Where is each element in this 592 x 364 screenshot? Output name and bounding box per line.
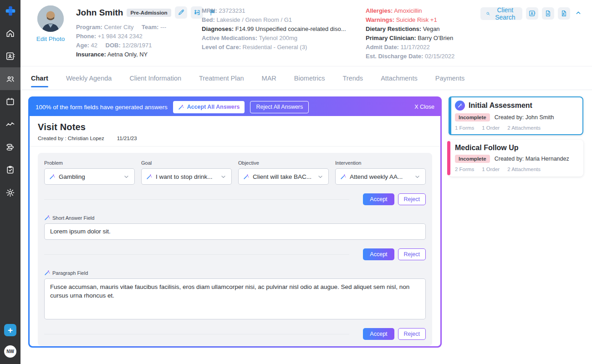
tab-client-information[interactable]: Client Information xyxy=(129,67,181,90)
patient-photo xyxy=(37,5,64,32)
trend-line-icon xyxy=(5,119,15,130)
pencil-icon xyxy=(177,9,185,16)
tab-payments[interactable]: Payments xyxy=(435,67,464,90)
insurance-label: Insurance: xyxy=(76,51,106,58)
reject-button[interactable]: Reject xyxy=(398,248,426,260)
accept-button[interactable]: Accept xyxy=(363,328,394,340)
magic-wand-icon xyxy=(44,215,50,221)
objective-select[interactable]: Client will take BAC... xyxy=(238,168,329,185)
nav-trends[interactable] xyxy=(0,113,20,136)
banner-close-button[interactable]: X Close xyxy=(414,104,434,110)
short-answer-input[interactable]: Lorem ipsum dolor sit. xyxy=(44,223,426,240)
insurance-value: Aetna Only, NY xyxy=(107,51,148,58)
age-label: Age: xyxy=(76,42,89,49)
collapse-header-button[interactable] xyxy=(574,7,583,20)
reject-button[interactable]: Reject xyxy=(398,328,426,340)
client-document-button[interactable] xyxy=(558,7,570,20)
reject-button[interactable]: Reject xyxy=(398,193,426,205)
nav-calendar[interactable] xyxy=(0,90,20,113)
dob-value: 12/28/1971 xyxy=(122,42,152,49)
generated-answers-banner: 100% of the form fields have generated a… xyxy=(30,98,440,116)
search-icon xyxy=(486,10,490,17)
status-badge: Incomplete xyxy=(455,155,490,163)
left-nav-rail: + NW xyxy=(0,0,20,364)
card-initial-assessment[interactable]: Initial Assessment Incomplete Created by… xyxy=(449,96,583,135)
people-icon xyxy=(5,74,15,84)
team-label: Team: xyxy=(142,24,158,30)
clipboard-check-icon xyxy=(5,165,15,175)
card-medical-follow-up[interactable]: Medical Follow Up Incomplete Created by:… xyxy=(449,140,583,177)
visit-notes-body: Visit Notes Created by : Christian Lopez… xyxy=(30,116,440,346)
admit-date-label: Admit Date: xyxy=(366,44,399,51)
magic-wand-icon xyxy=(49,174,55,180)
user-avatar[interactable]: NW xyxy=(4,345,16,358)
warnings-label: Warnings: xyxy=(366,16,394,23)
visit-notes-panel: 100% of the form fields have generated a… xyxy=(28,96,442,348)
chevron-down-icon xyxy=(414,173,421,180)
edit-patient-button[interactable] xyxy=(175,6,187,19)
age-value: 42 xyxy=(91,42,97,49)
accept-button[interactable]: Accept xyxy=(363,248,394,260)
accept-button[interactable]: Accept xyxy=(363,193,394,205)
download-document-button[interactable] xyxy=(542,7,554,20)
admit-date-value: 11/17/2022 xyxy=(401,44,430,51)
intervention-select[interactable]: Attend weekly AA... xyxy=(335,168,426,185)
orders-count: 1 Order xyxy=(482,167,500,172)
portrait-image xyxy=(37,5,64,32)
goal-field: Goal I want to stop drink... xyxy=(141,160,232,185)
goal-select[interactable]: I want to stop drink... xyxy=(141,168,232,185)
forms-count: 1 Forms xyxy=(455,125,474,131)
person-door-icon xyxy=(193,9,201,16)
paragraph-input[interactable]: Fusce accumsan, mauris vitae faucibus fa… xyxy=(44,278,426,319)
document-download-icon xyxy=(544,10,552,17)
discharge-date-value: 02/15/2022 xyxy=(425,53,454,60)
accept-all-answers-button[interactable]: Accept All Answers xyxy=(173,101,245,113)
client-search-button[interactable]: Client Search xyxy=(480,7,522,20)
problem-select[interactable]: Gambling xyxy=(44,168,135,185)
row2-actions: Accept Reject xyxy=(44,248,426,260)
banner-message: 100% of the form fields have generated a… xyxy=(36,104,168,111)
row3-actions: Accept Reject xyxy=(44,328,426,340)
nav-home[interactable] xyxy=(0,22,20,45)
divider xyxy=(44,254,349,255)
bed-value: Lakeside / Green Room / G1 xyxy=(217,16,292,23)
level-of-care-value: Residential - General (3) xyxy=(243,44,307,51)
chart-tabbar: Chart Weekly Agenda Client Information T… xyxy=(20,67,592,90)
tab-trends[interactable]: Trends xyxy=(343,67,363,90)
magic-wand-icon xyxy=(44,270,50,276)
team-value: --- xyxy=(160,24,166,30)
magic-wand-icon xyxy=(146,174,152,180)
nav-tasks[interactable] xyxy=(0,158,20,181)
forms-count: 2 Forms xyxy=(455,167,474,172)
diagnoses-label: Diagnoses: xyxy=(202,25,234,32)
client-directory-button[interactable] xyxy=(526,7,538,20)
home-icon xyxy=(5,28,15,39)
tab-mar[interactable]: MAR xyxy=(262,67,276,90)
level-of-care-label: Level of Care: xyxy=(202,44,241,51)
reject-all-answers-button[interactable]: Reject All Answers xyxy=(250,101,309,113)
calendar-icon xyxy=(5,96,15,107)
admit-transfer-button[interactable] xyxy=(191,6,203,19)
allergies-label: Allergies: xyxy=(366,7,393,14)
tab-treatment-plan[interactable]: Treatment Plan xyxy=(199,67,244,90)
allergies-value: Amoxicillin xyxy=(394,7,422,14)
tab-attachments[interactable]: Attachments xyxy=(381,67,418,90)
nav-contacts[interactable] xyxy=(0,45,20,67)
paragraph-label: Paragraph Field xyxy=(44,270,426,276)
tab-biometrics[interactable]: Biometrics xyxy=(294,67,325,90)
ai-wand-badge-icon xyxy=(455,101,465,111)
chevron-down-icon xyxy=(317,173,324,180)
nav-billing[interactable] xyxy=(0,136,20,158)
card-title: Medical Follow Up xyxy=(455,144,519,152)
magic-wand-icon xyxy=(243,174,249,180)
nav-clients[interactable] xyxy=(0,67,20,90)
visit-date: 11/21/23 xyxy=(117,136,137,141)
edit-photo-link[interactable]: Edit Photo xyxy=(36,35,65,42)
card-created-by: Created by: John Smith xyxy=(495,114,554,121)
patient-name: John Smith xyxy=(76,8,123,18)
nav-settings[interactable] xyxy=(0,181,20,204)
mrn-label: MRN: xyxy=(202,7,217,14)
tab-weekly-agenda[interactable]: Weekly Agenda xyxy=(66,67,112,90)
add-button[interactable]: + xyxy=(4,324,16,336)
tab-chart[interactable]: Chart xyxy=(31,67,48,90)
